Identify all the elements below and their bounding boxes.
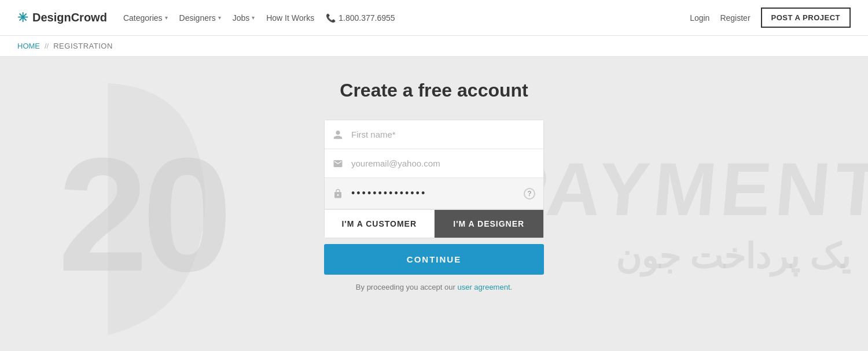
- firstname-group: [325, 120, 543, 149]
- breadcrumb-current: REGISTRATION: [53, 42, 113, 50]
- user-icon: [333, 130, 343, 140]
- register-link[interactable]: Register: [720, 13, 750, 23]
- phone-icon: 📞: [326, 13, 336, 23]
- chevron-down-icon: ▾: [252, 14, 255, 21]
- logo-icon: ✳: [17, 10, 28, 25]
- phone-link: 📞 1.800.377.6955: [326, 13, 395, 23]
- navbar-left: ✳ DesignCrowd Categories ▾ Designers ▾ J…: [17, 10, 395, 25]
- lock-icon: [333, 189, 343, 199]
- nav-designers[interactable]: Designers ▾: [179, 13, 221, 23]
- email-group: [325, 149, 543, 178]
- breadcrumb: HOME // REGISTRATION: [0, 36, 868, 57]
- nav-how-it-works[interactable]: How It Works: [266, 13, 314, 23]
- watermark-arabic: یک پرداخت جون: [616, 239, 851, 274]
- email-icon: [333, 158, 343, 169]
- nav-jobs[interactable]: Jobs ▾: [233, 13, 255, 23]
- logo-text: DesignCrowd: [32, 11, 107, 24]
- logo[interactable]: ✳ DesignCrowd: [17, 10, 107, 25]
- nav-links: Categories ▾ Designers ▾ Jobs ▾ How It W…: [123, 13, 395, 23]
- email-input[interactable]: [325, 149, 543, 178]
- agreement-text: By proceeding you accept our user agreem…: [356, 283, 512, 291]
- post-project-button[interactable]: POST A PROJECT: [761, 8, 851, 28]
- user-agreement-link[interactable]: user agreement.: [457, 283, 512, 291]
- login-link[interactable]: Login: [690, 13, 709, 23]
- customer-toggle-button[interactable]: I'M A CUSTOMER: [325, 210, 435, 238]
- firstname-input[interactable]: [325, 120, 543, 149]
- watermark-word: PAYMENT: [494, 152, 868, 227]
- breadcrumb-home-link[interactable]: HOME: [17, 42, 40, 50]
- continue-button[interactable]: CONTINUE: [324, 244, 544, 275]
- chevron-down-icon: ▾: [218, 14, 221, 21]
- designer-toggle-button[interactable]: I'M A DESIGNER: [435, 210, 544, 238]
- nav-categories[interactable]: Categories ▾: [123, 13, 168, 23]
- navbar: ✳ DesignCrowd Categories ▾ Designers ▾ J…: [0, 0, 868, 36]
- watermark-shape: [35, 57, 255, 351]
- password-help-icon[interactable]: ?: [524, 188, 535, 199]
- breadcrumb-separator: //: [45, 42, 49, 50]
- main-content: 20 PAYMENT یک پرداخت جون Create a free a…: [0, 57, 868, 351]
- password-input[interactable]: [325, 178, 543, 209]
- registration-form-card: Create a free account: [324, 80, 544, 291]
- chevron-down-icon: ▾: [165, 14, 168, 21]
- password-group: ?: [325, 178, 543, 209]
- form-inner: ? I'M A CUSTOMER I'M A DESIGNER: [324, 120, 544, 238]
- user-type-toggle: I'M A CUSTOMER I'M A DESIGNER: [325, 209, 543, 238]
- navbar-right: Login Register POST A PROJECT: [690, 8, 851, 28]
- form-title: Create a free account: [340, 80, 528, 101]
- watermark-number: 20: [58, 134, 226, 295]
